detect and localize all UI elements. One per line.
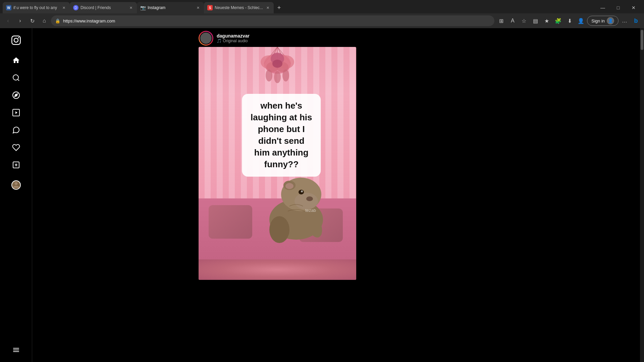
font-icon[interactable]: A [507,15,518,26]
downloads-icon[interactable]: ⬇ [564,15,575,26]
sign-in-button[interactable]: Sign in 👤 [587,16,619,26]
sidebar-item-home[interactable] [8,52,24,68]
instagram-right-panel [523,28,640,362]
close-button[interactable]: ✕ [626,2,641,13]
address-bar[interactable]: 🔒 https://www.instagram.com [51,15,494,26]
svg-rect-9 [13,350,19,350]
svg-marker-2 [14,94,17,97]
window-controls: — □ ✕ [595,2,641,13]
more-menu-button[interactable]: … [619,15,630,26]
tab-instagram-close[interactable]: ✕ [195,5,201,10]
lock-icon: 🔒 [55,18,60,23]
capybara-figure [249,136,343,263]
sidebar-icon[interactable]: ▤ [530,15,541,26]
svg-marker-4 [15,111,17,114]
browser-chrome: W if u were to fly out to any ✕ D Discor… [0,0,644,28]
refresh-button[interactable]: ↻ [27,15,38,26]
profile-avatar: 👤 [607,17,614,24]
svg-rect-10 [13,351,19,352]
tab-discord-close[interactable]: ✕ [128,5,133,10]
post-image[interactable]: when he's laughing at his phone but I di… [199,47,356,280]
sidebar-item-menu[interactable] [8,342,24,358]
svg-point-28 [294,193,318,209]
sidebar-item-create[interactable] [8,157,24,173]
toolbar: ‹ › ↻ ⌂ 🔒 https://www.instagram.com ⊞ A … [0,13,644,28]
memes-favicon: S [207,5,213,10]
post-avatar-inner [200,32,212,45]
sidebar-item-messages[interactable] [8,122,24,138]
home-button[interactable]: ⌂ [39,15,50,26]
tab-discord[interactable]: D Discord | Friends ✕ [70,2,137,13]
instagram-logo[interactable] [8,32,24,48]
instagram-favicon: 📷 [140,5,146,10]
svg-point-23 [266,69,272,81]
sidebar-item-profile[interactable] [8,177,24,193]
svg-point-35 [269,216,289,243]
scrollbar-thumb[interactable] [641,30,643,50]
svg-point-33 [285,183,293,189]
tab-memes-close[interactable]: ✕ [265,5,270,10]
sign-in-label: Sign in [591,18,605,23]
tab-bar: W if u were to fly out to any ✕ D Discor… [0,0,644,13]
extensions-icon[interactable]: 🧩 [553,15,564,26]
post-audio: 🎵 Original audio [217,39,356,43]
sidebar-item-reels[interactable] [8,105,24,121]
post-avatar[interactable] [199,31,213,46]
grid-icon[interactable]: ⊞ [496,15,506,26]
browser-content: dagunamazvar 🎵 Original audio [0,28,644,362]
svg-point-22 [272,60,282,68]
svg-point-29 [306,196,313,201]
meme-text-line1: when he's laughing at his [251,101,312,122]
sidebar-item-search[interactable] [8,70,24,86]
post-username[interactable]: dagunamazvar [217,33,356,39]
svg-rect-8 [13,348,19,349]
chandelier-decoration [244,47,311,84]
tab-word-label: if u were to fly out to any [13,5,59,10]
image-tag: tezab [305,208,316,213]
svg-point-0 [13,75,18,80]
post-header: dagunamazvar 🎵 Original audio [199,28,356,47]
favorites-icon[interactable]: ☆ [519,15,529,26]
url-display: https://www.instagram.com [63,18,490,23]
post-background: when he's laughing at his phone but I di… [199,47,356,280]
toolbar-right: ⊞ A ☆ ▤ ★ 🧩 ⬇ 👤 Sign in 👤 … b [496,15,641,26]
tab-instagram[interactable]: 📷 Instagram ✕ [137,2,204,13]
instagram-sidebar [0,28,32,362]
new-tab-button[interactable]: + [274,2,284,13]
tab-word-close[interactable]: ✕ [61,5,66,10]
discord-favicon: D [73,5,78,10]
svg-point-31 [301,190,303,192]
post-user-info: dagunamazvar 🎵 Original audio [217,33,356,43]
svg-point-25 [282,69,289,81]
tab-word[interactable]: W if u were to fly out to any ✕ [3,2,70,13]
left-pillow [209,205,252,239]
instagram-main-feed[interactable]: dagunamazvar 🎵 Original audio [32,28,523,362]
music-icon: 🎵 [217,39,223,43]
sidebar-item-notifications[interactable] [8,139,24,156]
svg-point-24 [274,71,281,83]
back-button[interactable]: ‹ [3,15,13,26]
tab-memes[interactable]: S Neueste Memes - Schlec... ✕ [204,2,274,13]
minimize-button[interactable]: — [595,2,610,13]
sidebar-item-explore[interactable] [8,87,24,103]
page-scrollbar[interactable] [640,28,644,362]
tab-instagram-label: Instagram [148,5,193,10]
tab-discord-label: Discord | Friends [80,5,126,10]
forward-button[interactable]: › [15,15,25,26]
maximize-button[interactable]: □ [610,2,626,13]
bing-icon[interactable]: b [631,15,641,26]
tab-memes-label: Neueste Memes - Schlec... [215,5,263,10]
collections-icon[interactable]: ★ [541,15,552,26]
profile-icon[interactable]: 👤 [576,15,586,26]
word-favicon: W [6,5,11,10]
audio-label: Original audio [223,39,248,43]
